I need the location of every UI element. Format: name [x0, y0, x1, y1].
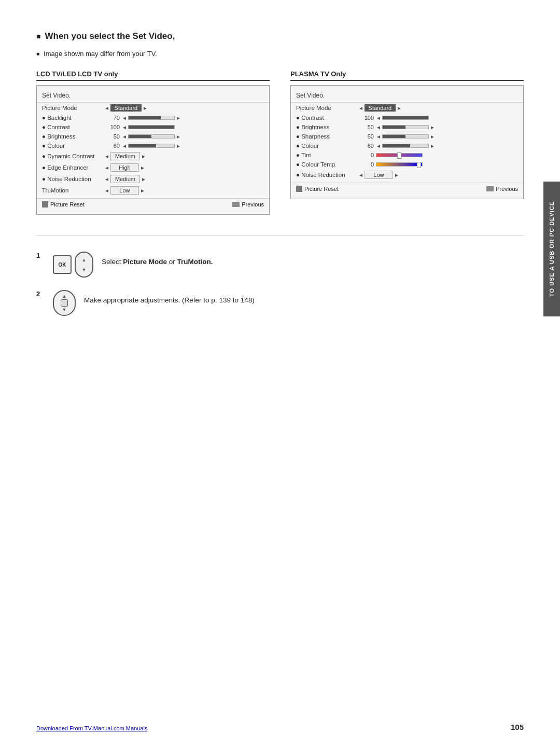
lcd-label-trumotion: TruMotion — [42, 187, 104, 193]
plasma-label-sharpness: ● Sharpness — [296, 133, 358, 140]
nav-button-icon-2: ▲ ▼ — [53, 290, 76, 316]
page-number: 105 — [511, 723, 524, 731]
plasma-arrow-right-mode: ► — [397, 105, 402, 111]
plasma-row-sharpness: ● Sharpness 50 ◄ ► — [291, 132, 523, 141]
plasma-menu-title: Set Video. — [291, 90, 523, 103]
lcd-row-picture-mode: Picture Mode ◄ Standard ► — [37, 103, 269, 113]
lcd-arrow-right-colour: ► — [176, 143, 181, 149]
plasma-reset-icon — [296, 186, 302, 192]
lcd-row-dynamic-contrast: ● Dynamic Contrast ◄ Medium ► — [37, 150, 269, 162]
lcd-row-colour: ● Colour 60 ◄ ► — [37, 141, 269, 150]
plasma-tint-track — [376, 153, 423, 157]
plasma-label-contrast: ● Contrast — [296, 115, 358, 121]
plasma-row-colour: ● Colour 60 ◄ ► — [291, 141, 523, 150]
plasma-label-colour: ● Colour — [296, 143, 358, 149]
plasma-tint-marker — [397, 153, 401, 159]
step-1-text: Select Picture Mode or TruMotion. — [102, 252, 213, 267]
lcd-arrow-left-colour: ◄ — [122, 143, 127, 149]
lcd-label-edge-enhancer: ● Edge Enhancer — [42, 164, 104, 171]
lcd-arrow-left-edge: ◄ — [104, 165, 109, 171]
plasma-prev-label: Previous — [496, 186, 518, 192]
lcd-row-brightness: ● Brightness 50 ◄ ► — [37, 132, 269, 141]
nav2-up-arrow: ▲ — [62, 294, 67, 299]
plasma-colour-temp-bar — [376, 162, 423, 167]
plasma-value-contrast: 100 — [358, 115, 374, 121]
lcd-arrow-right-backlight: ► — [176, 115, 181, 121]
lcd-row-contrast: ● Contrast 100 ◄ — [37, 122, 269, 132]
plasma-value-sharpness: 50 — [358, 133, 374, 140]
plasma-reset-label: Picture Reset — [304, 186, 339, 192]
plasma-bar-sharpness — [382, 134, 429, 139]
lcd-bar-colour — [128, 144, 175, 148]
lcd-label-backlight: ● Backlight — [42, 115, 104, 121]
lcd-menu-footer: Picture Reset Previous — [37, 198, 269, 210]
step-1-num: 1 — [36, 252, 45, 259]
plasma-colour-temp-marker — [417, 162, 421, 168]
lcd-bar-contrast — [128, 125, 175, 129]
lcd-arrow-left-noise: ◄ — [104, 176, 109, 182]
plasma-bar-brightness — [382, 125, 429, 129]
plasma-arrow-right-noise: ► — [394, 172, 399, 178]
lcd-panel-section: LCD TV/LED LCD TV only Set Video. Pictur… — [36, 70, 270, 215]
plasma-row-colour-temp: ● Colour Temp. 0 — [291, 160, 523, 169]
plasma-arrow-left-sharpness: ◄ — [376, 134, 381, 140]
section-divider — [36, 236, 524, 236]
ok-button-icon: OK — [53, 255, 72, 274]
lcd-arrow-left-backlight: ◄ — [122, 115, 127, 121]
lcd-arrow-right-brightness: ► — [176, 134, 181, 140]
plasma-value-brightness: 50 — [358, 124, 374, 130]
nav-down-arrow: ▼ — [82, 267, 87, 272]
lcd-bar-backlight — [128, 116, 175, 120]
footer-link[interactable]: Downloaded From TV-Manual.com Manuals — [36, 725, 147, 731]
lcd-prev-icon — [232, 202, 240, 207]
plasma-panel-section: PLASMA TV Only Set Video. Picture Mode ◄… — [290, 70, 524, 215]
plasma-val-noise-reduction: Low — [365, 171, 393, 179]
lcd-arrow-left-contrast: ◄ — [122, 125, 127, 130]
note-text: Image shown may differ from your TV. — [36, 50, 524, 58]
lcd-arrow-left-mode: ◄ — [104, 105, 109, 111]
lcd-val-dynamic-contrast: Medium — [110, 152, 140, 160]
lcd-label-noise-reduction: ● Noise Reduction — [42, 176, 104, 182]
plasma-menu-footer: Picture Reset Previous — [291, 183, 523, 195]
plasma-row-noise-reduction: ● Noise Reduction ◄ Low ► — [291, 169, 523, 181]
plasma-standard-btn: Standard — [365, 104, 396, 112]
instruction-row-1: 1 OK ▲ ▼ Select Picture Mode or TruMotio… — [36, 252, 524, 278]
lcd-label-brightness: ● Brightness — [42, 133, 104, 140]
plasma-panel-label: PLASMA TV Only — [290, 70, 524, 81]
plasma-value-colour-temp: 0 — [358, 161, 374, 168]
lcd-reset-label: Picture Reset — [50, 201, 85, 208]
plasma-label-noise-reduction: ● Noise Reduction — [296, 172, 358, 178]
instruction-row-2: 2 ▲ ▼ Make appropriate adjustments. (Ref… — [36, 290, 524, 316]
step-2-num: 2 — [36, 290, 45, 298]
plasma-menu-box: Set Video. Picture Mode ◄ Standard ► ● C… — [290, 85, 524, 199]
lcd-label-contrast: ● Contrast — [42, 124, 104, 130]
plasma-row-contrast: ● Contrast 100 ◄ — [291, 113, 523, 122]
panels-row: LCD TV/LED LCD TV only Set Video. Pictur… — [36, 70, 524, 215]
plasma-label-colour-temp: ● Colour Temp. — [296, 161, 358, 168]
instructions-section: 1 OK ▲ ▼ Select Picture Mode or TruMotio… — [36, 252, 524, 339]
step-2-text: Make appropriate adjustments. (Refer to … — [84, 290, 255, 306]
lcd-value-contrast: 100 — [104, 124, 120, 130]
plasma-arrow-right-sharpness: ► — [430, 134, 435, 140]
lcd-menu-box: Set Video. Picture Mode ◄ Standard ► ● B… — [36, 85, 270, 215]
plasma-arrow-left-brightness: ◄ — [376, 125, 381, 130]
sidebar-label: TO USE A USB OR PC DEVICE — [543, 182, 560, 316]
lcd-value-colour: 60 — [104, 143, 120, 149]
plasma-row-brightness: ● Brightness 50 ◄ ► — [291, 122, 523, 132]
plasma-arrow-left-colour: ◄ — [376, 143, 381, 149]
lcd-arrow-right-edge: ► — [140, 165, 145, 171]
plasma-arrow-right-colour: ► — [430, 143, 435, 149]
nav-button-icon-1: ▲ ▼ — [75, 252, 93, 278]
plasma-row-tint: ● Tint 0 — [291, 150, 523, 160]
lcd-panel-label: LCD TV/LED LCD TV only — [36, 70, 270, 81]
nav2-down-arrow: ▼ — [62, 307, 67, 312]
plasma-arrow-left-mode: ◄ — [358, 105, 363, 111]
lcd-label-colour: ● Colour — [42, 143, 104, 149]
lcd-menu-title: Set Video. — [37, 90, 269, 103]
lcd-row-noise-reduction: ● Noise Reduction ◄ Medium ► — [37, 173, 269, 185]
plasma-value-tint: 0 — [358, 152, 374, 158]
lcd-arrow-right-mode: ► — [143, 105, 148, 111]
plasma-prev-icon — [486, 186, 494, 191]
lcd-value-backlight: 70 — [104, 115, 120, 121]
lcd-footer-prev: Previous — [232, 201, 264, 208]
